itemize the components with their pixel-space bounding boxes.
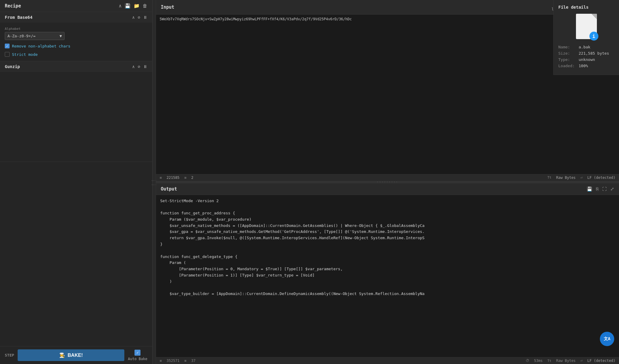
from-base64-disable-icon[interactable]: ⊘	[138, 15, 140, 20]
file-type-row: Type: unknown	[558, 57, 614, 62]
from-base64-title: From Base64	[5, 15, 132, 20]
bake-label: BAKE!	[68, 353, 83, 358]
left-grip[interactable]: ⋮⋮	[152, 0, 156, 364]
alphabet-label: Alphabet	[5, 27, 147, 31]
collapse-icon[interactable]: ∧	[119, 3, 122, 9]
copy-output-icon[interactable]: ⎘	[596, 186, 599, 192]
input-bottom-bar: ≡ 221585 ≡ 2 Tt Raw Bytes ⏎ LF (detected…	[156, 174, 619, 181]
input-bytes-icon: ≡	[160, 176, 162, 180]
output-bottom-bar: ≡ 352571 ≡ 37 ⏱ 53ms Tt Raw Bytes ⏎ LF (…	[156, 357, 619, 364]
output-line-8: }	[160, 241, 615, 248]
file-type-value: unknown	[579, 57, 595, 62]
input-section: Input total: 2 loaded: 2 + 📄 ⬆	[156, 0, 619, 181]
recipe-header: Recipe ∧ 💾 📁 🗑	[0, 0, 152, 12]
output-line-16: $var_type_builder = [AppDomain]::Current…	[160, 291, 615, 297]
file-size-value: 221,585 bytes	[579, 51, 609, 56]
input-tt-icon: Tt	[548, 176, 551, 179]
input-line-ending: LF (detected)	[587, 176, 615, 180]
gunzip-disable-icon[interactable]: ⊘	[138, 64, 140, 69]
file-details-panel: File details i Name: a.bak Size: 221,585…	[553, 0, 619, 75]
file-name-row: Name: a.bak	[558, 45, 614, 49]
output-line-1: Set-StrictMode -Version 2	[160, 198, 615, 204]
strict-mode-label: Strict mode	[12, 52, 38, 57]
from-base64-step: From Base64 ∧ ⊘ ⏸ Alphabet A-Za-z0-9+/= …	[0, 12, 152, 61]
file-name-label: Name:	[558, 45, 576, 49]
recipe-header-icons: ∧ 💾 📁 🗑	[119, 3, 147, 9]
file-loaded-value: 100%	[579, 64, 588, 68]
input-bytes: 221585	[166, 176, 179, 180]
input-lines-icon: ≡	[184, 176, 187, 180]
input-text: 5WeXbTv7XqRWdrs7SOcNjv+SwZpH7y28wiMwpyiz…	[160, 17, 352, 21]
left-panel: Recipe ∧ 💾 📁 🗑 From Base64 ∧ ⊘ ⏸ Alphabe…	[0, 0, 152, 364]
output-line-6: $var_gpa = $var_unsafe_native_methods.Ge…	[160, 229, 615, 235]
save-recipe-icon[interactable]: 💾	[125, 3, 131, 9]
from-base64-minimize-icon[interactable]: ⏸	[143, 15, 147, 20]
translate-button[interactable]: 文A	[600, 332, 614, 346]
drag-divider[interactable]: ·········	[156, 181, 619, 183]
delete-recipe-icon[interactable]: 🗑	[143, 3, 147, 9]
auto-bake-label: Auto Bake	[128, 357, 147, 361]
output-content-area[interactable]: Set-StrictMode -Version 2 function func_…	[156, 195, 619, 357]
file-loaded-label: Loaded:	[558, 64, 576, 68]
right-panel: Input total: 2 loaded: 2 + 📄 ⬆	[156, 0, 619, 364]
left-panel-spacer	[0, 162, 152, 346]
step-label: STEP	[5, 353, 14, 357]
output-lines-icon: ≡	[184, 359, 187, 363]
output-line-4: Param ($var_module, $var_procedure)	[160, 216, 615, 223]
output-lines: 37	[191, 359, 195, 363]
output-line-2	[160, 204, 615, 210]
output-encoding: Raw Bytes	[556, 359, 576, 363]
output-section: Output 💾 ⎘ ⛶ ⤢ Set-StrictMode -Version 2…	[156, 183, 619, 364]
save-output-icon[interactable]: 💾	[587, 186, 592, 192]
bake-button[interactable]: 🧑‍🍳 BAKE!	[18, 349, 124, 361]
output-title: Output	[161, 186, 587, 192]
output-line-12: [Parameter(Position = 0, Mandatory = $Tr…	[160, 266, 615, 272]
gunzip-collapse-icon[interactable]: ∧	[132, 64, 135, 69]
gunzip-minimize-icon[interactable]: ⏸	[143, 64, 147, 69]
gunzip-header: Gunzip ∧ ⊘ ⏸	[0, 61, 152, 72]
gunzip-icons: ∧ ⊘ ⏸	[132, 64, 147, 69]
input-content-area[interactable]: 5WeXbTv7XqRWdrs7SOcNjv+SwZpH7y28wiMwpyiz…	[156, 15, 619, 174]
file-name-value: a.bak	[579, 45, 590, 49]
file-type-label: Type:	[558, 57, 576, 62]
output-time-value: 53ms	[534, 359, 543, 363]
output-line-13: [Parameter(Position = 1)] [Type] $var_re…	[160, 272, 615, 279]
file-loaded-row: Loaded: 100%	[558, 64, 614, 68]
gunzip-title: Gunzip	[5, 64, 132, 69]
alphabet-dropdown[interactable]: A-Za-z0-9+/= ▼	[5, 32, 65, 40]
translate-icon: 文A	[604, 336, 610, 342]
bake-icon: 🧑‍🍳	[59, 352, 65, 358]
remove-nonalpha-row[interactable]: Remove non-alphabet chars	[5, 44, 147, 48]
output-line-ending: LF (detected)	[587, 359, 615, 363]
input-header: Input total: 2 loaded: 2 + 📄 ⬆	[156, 0, 619, 15]
from-base64-icons: ∧ ⊘ ⏸	[132, 15, 147, 20]
output-arrow-icon: ⏎	[580, 359, 583, 363]
strict-mode-row[interactable]: Strict mode	[5, 52, 147, 57]
input-lines: 2	[191, 176, 193, 180]
file-icon: i	[574, 14, 598, 41]
output-time: ⏱	[526, 359, 529, 363]
output-line-5: $var_unsafe_native_methods = ([AppDomain…	[160, 223, 615, 229]
recipe-title: Recipe	[5, 3, 119, 9]
gunzip-step: Gunzip ∧ ⊘ ⏸	[0, 61, 152, 162]
strict-mode-checkbox[interactable]	[5, 52, 10, 57]
auto-bake-checkbox[interactable]	[135, 350, 140, 356]
dropdown-arrow-icon: ▼	[59, 34, 62, 38]
from-base64-collapse-icon[interactable]: ∧	[132, 15, 135, 20]
remove-nonalpha-checkbox[interactable]	[5, 44, 10, 48]
input-arrow-icon: ⏎	[580, 176, 583, 180]
open-folder-icon[interactable]: 📁	[134, 3, 140, 9]
file-icon-container: i	[558, 14, 614, 41]
file-size-label: Size:	[558, 51, 576, 56]
output-line-9	[160, 248, 615, 254]
alphabet-value: A-Za-z0-9+/=	[7, 34, 36, 38]
auto-bake-box: Auto Bake	[128, 350, 147, 361]
input-title: Input	[161, 4, 551, 10]
maximize-output-icon[interactable]: ⤢	[610, 186, 614, 192]
from-base64-content: Alphabet A-Za-z0-9+/= ▼ Remove non-alpha…	[0, 23, 152, 61]
from-base64-header: From Base64 ∧ ⊘ ⏸	[0, 12, 152, 23]
expand-output-icon[interactable]: ⛶	[602, 186, 607, 192]
input-encoding: Raw Bytes	[556, 176, 576, 180]
output-bytes: 352571	[166, 359, 179, 363]
bottom-bar: STEP 🧑‍🍳 BAKE! Auto Bake	[0, 346, 152, 364]
